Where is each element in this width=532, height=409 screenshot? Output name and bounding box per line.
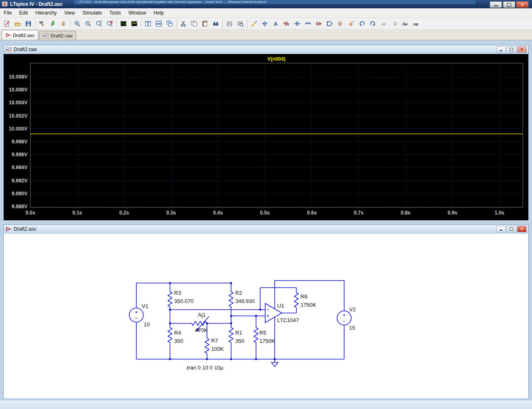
save-icon (25, 20, 32, 27)
component-R4-symbol[interactable] (168, 328, 172, 342)
component-R6-symbol[interactable] (294, 293, 298, 308)
schematic-window-titlebar[interactable]: Draft2.asc × (4, 225, 528, 234)
menu-hierarchy[interactable]: Hierarchy (32, 8, 60, 17)
save-button[interactable] (23, 19, 34, 29)
label-Aj1-value[interactable]: 470K (195, 327, 208, 333)
spice-directive-button[interactable]: .op (411, 19, 421, 29)
zoom-back-button[interactable] (83, 19, 94, 29)
diode-button[interactable] (313, 19, 324, 29)
new-schematic-button[interactable] (1, 19, 12, 29)
tile-horizontally-button[interactable] (153, 19, 164, 29)
print-button[interactable] (224, 19, 235, 29)
menu-window[interactable]: Window (125, 8, 150, 17)
label-R3-value[interactable]: 350.070 (174, 298, 194, 304)
child-minimize-button[interactable] (496, 226, 506, 232)
capacitor-button[interactable] (292, 19, 303, 29)
inductor-button[interactable] (303, 19, 313, 29)
label-net-button[interactable]: A (270, 19, 281, 29)
label-R3-name[interactable]: R3 (174, 290, 181, 296)
component-V2-symbol[interactable] (337, 311, 351, 325)
label-R5-name[interactable]: R5 (259, 330, 266, 336)
component-R7-symbol[interactable] (205, 338, 209, 353)
cascade-windows-button[interactable] (164, 19, 175, 29)
component-R2-symbol[interactable] (229, 292, 233, 307)
undo-button[interactable] (357, 19, 367, 29)
label-V1-name[interactable]: V1 (142, 303, 148, 309)
component-R3-symbol[interactable] (168, 292, 172, 307)
label-R7-name[interactable]: R7 (211, 338, 218, 344)
menu-simulate[interactable]: Simulate (79, 8, 106, 17)
x-tick-label: 0.7s (354, 210, 364, 216)
label-R1-value[interactable]: 350 (235, 338, 244, 344)
print-preview-button[interactable] (235, 19, 246, 29)
run-button[interactable] (47, 19, 58, 29)
menu-file[interactable]: File (0, 8, 15, 17)
component-R5-symbol[interactable] (254, 328, 258, 342)
label-R4-value[interactable]: 350 (174, 338, 183, 344)
label-U1-name[interactable]: U1 (277, 303, 284, 309)
schematic-canvas[interactable]: V1 10 V2 15 R3 350.070 R2 349.930 R6 175… (4, 234, 528, 398)
menu-edit[interactable]: Edit (15, 8, 32, 17)
tab-draft2-asc[interactable]: Draft2.asc (2, 30, 38, 40)
component-R1-symbol[interactable] (229, 328, 233, 342)
zoom-in-button[interactable] (72, 19, 83, 29)
mirror-button[interactable]: E (389, 19, 400, 29)
rotate-button[interactable]: E (378, 19, 389, 29)
child-minimize-button[interactable] (496, 46, 506, 53)
maximize-button[interactable] (503, 1, 515, 8)
component-V1-symbol[interactable] (129, 308, 143, 322)
menu-help[interactable]: Help (150, 8, 168, 17)
label-R6-name[interactable]: R6 (300, 293, 308, 300)
label-R2-name[interactable]: R2 (235, 290, 242, 296)
halt-button[interactable] (58, 19, 69, 29)
label-R6-value[interactable]: 1750K (300, 302, 316, 308)
spice-directive-text[interactable]: .tran 0 10 0 10µ (185, 365, 224, 371)
paste-button[interactable] (200, 19, 210, 29)
waveform-window-titlebar[interactable]: Draft2.raw × (4, 45, 528, 54)
open-file-button[interactable] (12, 19, 23, 29)
menu-view[interactable]: View (60, 8, 79, 17)
waveform-plot-area[interactable]: 0.0s0.1s0.2s0.3s0.4s0.5s0.6s0.7s0.8s0.9s… (4, 54, 528, 220)
label-V2-value[interactable]: 15 (349, 325, 355, 331)
close-button[interactable]: × (516, 1, 529, 8)
text-button[interactable]: Aa (400, 19, 411, 29)
minimize-button[interactable] (490, 1, 502, 8)
child-maximize-button[interactable] (507, 226, 516, 232)
app-titlebar[interactable]: LTC1047 - Dual Micropower Zero-Drift Ope… (0, 0, 532, 8)
label-R7-value[interactable]: 100K (211, 346, 224, 352)
label-R1-name[interactable]: R1 (235, 330, 242, 336)
autorange-y-button[interactable] (118, 19, 129, 29)
component-button[interactable] (324, 19, 335, 29)
resistor-button[interactable] (281, 19, 292, 29)
child-maximize-button[interactable] (507, 46, 516, 53)
label-Aj1-name[interactable]: Aj1 (198, 312, 206, 318)
redo-button[interactable] (367, 19, 378, 29)
label-V1-value[interactable]: 10 (144, 321, 150, 328)
clear-waveforms-button[interactable] (104, 19, 115, 29)
label-U1-value[interactable]: LTC1047 (277, 317, 299, 323)
trace-legend[interactable]: V(n004) (267, 56, 285, 62)
tile-vertically-button[interactable] (143, 19, 153, 29)
plot-settings-button[interactable] (129, 19, 140, 29)
control-panel-button[interactable] (37, 19, 47, 29)
label-R4-name[interactable]: R4 (174, 330, 181, 336)
plot-frame (30, 63, 523, 207)
find-icon (212, 20, 219, 27)
label-R5-value[interactable]: 1750K (259, 338, 275, 344)
ground-symbol[interactable] (271, 362, 278, 367)
child-close-button[interactable]: × (517, 226, 527, 232)
move-button[interactable] (335, 19, 346, 29)
tab-draft2-raw[interactable]: Draft2.raw (39, 31, 76, 40)
child-close-button[interactable]: × (517, 46, 527, 53)
cut-button[interactable] (178, 19, 189, 29)
menu-tools[interactable]: Tools (106, 8, 125, 17)
label-V2-name[interactable]: V2 (349, 306, 356, 313)
find-button[interactable] (210, 19, 221, 29)
drag-button[interactable] (346, 19, 357, 29)
label-R2-value[interactable]: 349.930 (235, 298, 255, 304)
zoom-full-extents-button[interactable] (94, 19, 104, 29)
wire-button[interactable] (249, 19, 259, 29)
copy-button[interactable] (189, 19, 200, 29)
ground-button[interactable] (259, 19, 270, 29)
ground-icon (261, 20, 268, 27)
